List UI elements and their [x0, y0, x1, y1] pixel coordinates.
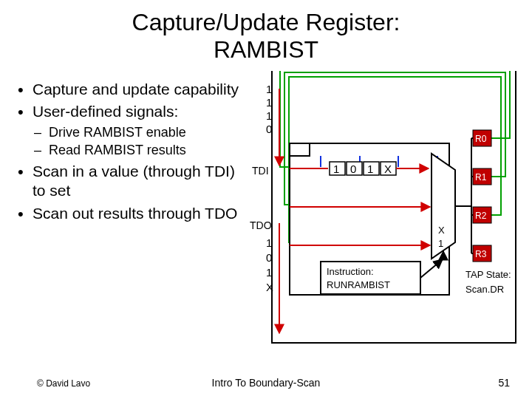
- instruction-value: RUNRAMBIST: [327, 279, 390, 290]
- bullet-list: Capture and update capability User-defin…: [0, 80, 248, 226]
- reg-r2: R2: [475, 211, 487, 221]
- bullet-1: Capture and update capability: [16, 80, 248, 99]
- diagram: 1 1 1 0 TDI TDO 1 0 1 X 1 0 1 X X 1 Inst…: [250, 71, 531, 352]
- bullet-3: Scan in a value (through TDI) to set: [16, 162, 248, 201]
- reg-r0: R0: [475, 134, 487, 144]
- mux-sel-1: 1: [438, 238, 443, 249]
- top-bit-3: 0: [266, 123, 272, 135]
- bullet-4: Scan out results through TDO: [16, 204, 248, 223]
- top-bit-0: 1: [266, 83, 272, 95]
- title-line1: Capture/Update Register:: [132, 9, 400, 35]
- scan-bit-0: 1: [266, 236, 272, 249]
- footer-title: Intro To Boundary-Scan: [0, 377, 532, 389]
- tdi-cell-2: 1: [367, 163, 373, 175]
- register-stack: R0 R1 R2 R3: [473, 130, 491, 262]
- instruction-label: Instruction:: [327, 266, 374, 277]
- scan-bit-3: X: [266, 281, 273, 293]
- title-line2: RAMBIST: [214, 36, 318, 63]
- tdi-cell-3: X: [384, 163, 392, 175]
- reg-r3: R3: [475, 249, 487, 259]
- bullet-2: User-defined signals: Drive RAMBIST enab…: [16, 102, 248, 159]
- mux-sel-0: X: [438, 225, 445, 236]
- top-bit-1: 1: [266, 96, 272, 109]
- tdi-cell-1: 0: [350, 163, 356, 175]
- bullet-2a: Drive RAMBIST enable: [33, 123, 248, 141]
- tdi-cell-0: 1: [333, 163, 339, 175]
- tap-label: TAP State:: [466, 269, 511, 280]
- svg-line-18: [420, 259, 443, 278]
- scan-bit-2: 1: [266, 266, 272, 279]
- tdi-label: TDI: [252, 165, 269, 177]
- bullet-2b: Read RAMBIST results: [33, 141, 248, 159]
- svg-rect-2: [290, 143, 310, 156]
- tdo-label: TDO: [250, 219, 272, 231]
- slide-title: Capture/Update Register: RAMBIST: [0, 0, 532, 69]
- scan-bit-1: 0: [266, 251, 272, 264]
- tap-value: Scan.DR: [466, 284, 504, 295]
- footer-pagenum: 51: [498, 377, 510, 389]
- reg-r1: R1: [475, 172, 487, 183]
- tdi-bit-cells: 1 0 1 X: [330, 162, 396, 175]
- top-bit-2: 1: [266, 109, 272, 122]
